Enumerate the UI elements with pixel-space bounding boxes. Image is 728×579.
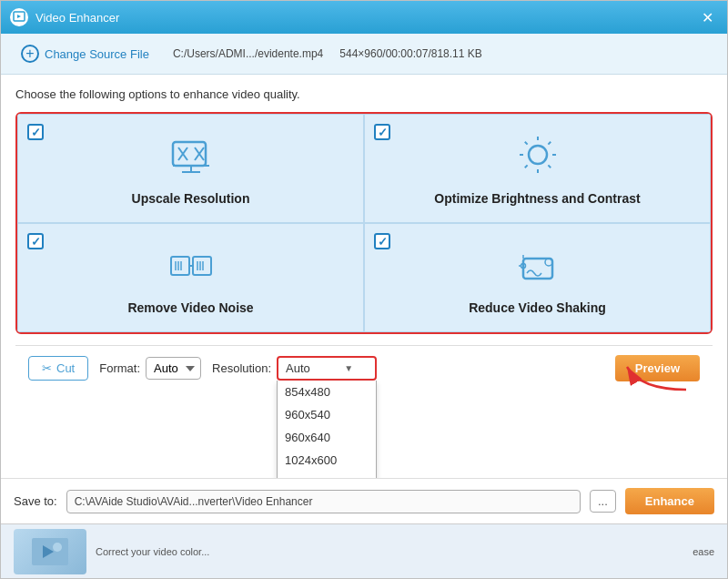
noise-label: Remove Video Noise <box>127 300 253 315</box>
change-source-label: Change Source File <box>45 47 149 61</box>
noise-icon <box>166 240 217 291</box>
option-noise[interactable]: Remove Video Noise <box>17 223 364 332</box>
resolution-option-1024x600[interactable]: 1024x600 <box>278 449 376 472</box>
brightness-icon <box>512 131 563 182</box>
upscale-icon <box>166 131 217 182</box>
enhance-button[interactable]: Enhance <box>625 488 714 514</box>
svg-line-16 <box>548 165 551 168</box>
shaking-label: Reduce Video Shaking <box>469 300 606 315</box>
checkbox-noise[interactable] <box>27 233 44 249</box>
option-upscale[interactable]: Upscale Resolution <box>17 114 364 223</box>
save-path-display: C:\AVAide Studio\AVAid...nverter\Video E… <box>66 490 581 513</box>
close-button[interactable]: ✕ <box>696 6 718 28</box>
bottom-controls: ✂ Cut Format: Auto Resolution: Auto <box>15 345 713 391</box>
file-info: 544×960/00:00:07/818.11 KB <box>339 47 481 60</box>
svg-rect-2 <box>173 142 206 166</box>
file-path: C:/Users/ADMI.../evidente.mp4 <box>173 47 323 60</box>
option-shaking[interactable]: Reduce Video Shaking <box>364 223 711 332</box>
preview-thumbnail <box>14 529 86 574</box>
arrow-container <box>622 349 695 397</box>
format-label: Format: <box>99 361 140 375</box>
shaking-icon <box>512 240 563 291</box>
format-select[interactable]: Auto <box>146 357 201 380</box>
resolution-option-854x480[interactable]: 854x480 <box>278 381 376 403</box>
browse-button[interactable]: ... <box>590 490 616 513</box>
resolution-dropdown-wrapper: Auto 854x <box>277 356 377 381</box>
option-brightness[interactable]: Optimize Brightness and Contrast <box>364 114 711 223</box>
window-title: Video Enhancer <box>35 11 696 25</box>
format-group: Format: Auto <box>99 357 201 380</box>
toolbar: + Change Source File C:/Users/ADMI.../ev… <box>1 34 727 75</box>
save-to-label: Save to: <box>14 494 57 508</box>
resolution-value: Auto <box>286 361 310 375</box>
resolution-option-960x540[interactable]: 960x540 <box>278 403 376 426</box>
checkbox-brightness[interactable] <box>374 124 390 140</box>
app-window: Video Enhancer ✕ + Change Source File C:… <box>0 0 728 579</box>
resolution-option-960x640[interactable]: 960x640 <box>278 426 376 449</box>
cut-label: Cut <box>56 361 75 375</box>
upscale-label: Upscale Resolution <box>132 191 250 206</box>
svg-line-18 <box>524 165 527 168</box>
resolution-select-button[interactable]: Auto <box>277 356 377 381</box>
main-content: Choose the following options to enhance … <box>1 75 727 478</box>
checkbox-shaking[interactable] <box>374 233 390 249</box>
description-text: Choose the following options to enhance … <box>15 87 713 101</box>
svg-line-15 <box>524 142 527 145</box>
plus-icon: + <box>21 45 39 63</box>
scissors-icon: ✂ <box>42 361 52 375</box>
resolution-group: Resolution: Auto <box>212 356 377 381</box>
change-source-button[interactable]: + Change Source File <box>14 41 157 66</box>
save-bar: Save to: C:\AVAide Studio\AVAid...nverte… <box>1 478 727 523</box>
svg-point-34 <box>53 543 62 552</box>
options-grid: Upscale Resolution <box>15 112 713 334</box>
resolution-option-1280x720[interactable]: 1280x720 <box>278 472 376 478</box>
app-icon <box>10 8 28 26</box>
resolution-dropdown-list: 854x480 960x540 960x640 1024x600 1280x72… <box>277 381 377 478</box>
titlebar: Video Enhancer ✕ <box>1 1 727 34</box>
brightness-label: Optimize Brightness and Contrast <box>434 191 640 206</box>
ease-text: ease <box>693 546 714 557</box>
checkbox-upscale[interactable] <box>27 124 44 140</box>
cut-button[interactable]: ✂ Cut <box>28 356 88 381</box>
preview-strip-text: Correct your video color... <box>96 546 683 557</box>
svg-rect-20 <box>193 257 211 275</box>
resolution-label: Resolution: <box>212 361 271 375</box>
svg-rect-19 <box>171 257 189 275</box>
svg-line-17 <box>548 142 551 145</box>
bottom-preview-strip: Correct your video color... ease <box>1 523 727 578</box>
